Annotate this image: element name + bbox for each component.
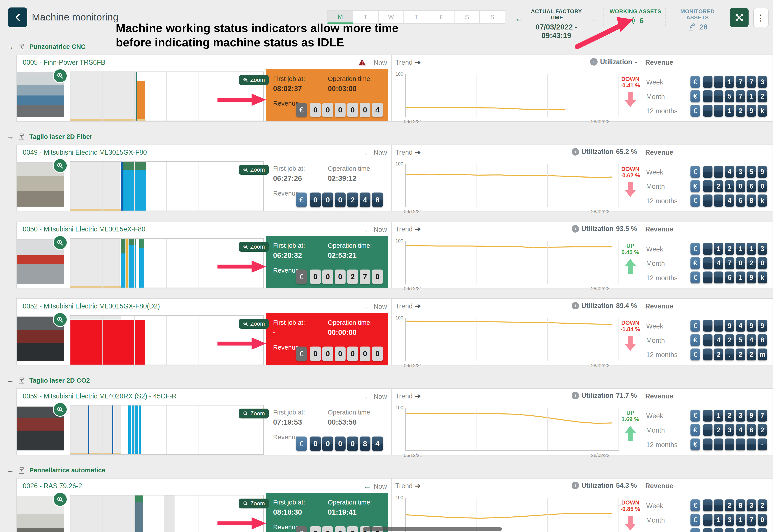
- section-header[interactable]: → Taglio laser 2D CO2: [7, 375, 773, 385]
- euro-box: €: [690, 194, 700, 206]
- divider: [641, 55, 641, 121]
- trend-chart: [405, 498, 619, 532]
- magnifier-badge[interactable]: [53, 235, 68, 250]
- trend-arrow-icon: ➔: [415, 59, 421, 66]
- euro-box: €: [690, 320, 700, 332]
- magnifier-badge[interactable]: [53, 158, 68, 173]
- digit-box: 4: [736, 320, 745, 332]
- digit-box: 2: [736, 105, 745, 117]
- day-tab-5[interactable]: F: [429, 10, 455, 24]
- info-icon[interactable]: i: [590, 58, 598, 66]
- panel-revenue-digits: €000000: [294, 347, 383, 361]
- utilization-label: Utilization: [582, 392, 614, 399]
- prev-day-arrow-icon[interactable]: ←: [515, 14, 523, 24]
- digit-box: [736, 438, 745, 450]
- trend-header[interactable]: Trend➔: [395, 59, 421, 66]
- magnifier-badge[interactable]: [53, 492, 68, 507]
- machine-title-link[interactable]: 0052 - Mitsubishi Electric ML3015GX-F80(…: [23, 302, 160, 310]
- timeline-chart[interactable]: [70, 238, 264, 288]
- info-icon[interactable]: i: [572, 302, 579, 310]
- day-tab-7[interactable]: S: [480, 10, 505, 24]
- now-arrow-icon: ←: [363, 149, 371, 157]
- machine-title-link[interactable]: 0050 - Mitsubishi Electric ML3015eX-F80: [23, 225, 145, 233]
- divider: [392, 222, 392, 288]
- trend-indicator: DOWN -0.85 %: [619, 499, 642, 531]
- digit-box: 1: [747, 243, 756, 255]
- zoom-button[interactable]: Zoom: [239, 319, 269, 329]
- timeline-chart[interactable]: [70, 72, 264, 121]
- section-body: 0005 - Finn-Power TRS6FB ←Now Zoom First…: [10, 55, 773, 122]
- machine-title-link[interactable]: 0049 - Mitsubishi Electric ML3015GX-F80: [23, 149, 147, 156]
- zoom-button[interactable]: Zoom: [239, 499, 269, 508]
- digit-box: [747, 438, 756, 450]
- trend-header[interactable]: Trend➔: [395, 225, 421, 233]
- magnifier-badge[interactable]: [53, 68, 68, 83]
- info-icon[interactable]: i: [572, 148, 579, 156]
- digit-box: 4: [359, 193, 370, 207]
- revenue-row-12-months: 12 months€468k: [646, 194, 767, 207]
- revenue-row-12-months: 12 months€-: [646, 438, 767, 451]
- timeline-chart[interactable]: [70, 315, 264, 365]
- digit-box: 7: [725, 257, 734, 269]
- x-axis-end-label: 28/02/22: [591, 363, 609, 369]
- digit-box: [703, 257, 712, 269]
- zoom-button[interactable]: Zoom: [239, 75, 269, 85]
- euro-box: €: [690, 90, 700, 102]
- y-axis-max-label: 100: [391, 72, 404, 77]
- digit-box: 0: [758, 514, 767, 526]
- timeline-chart[interactable]: [70, 495, 264, 532]
- digit-box: 9: [725, 320, 734, 332]
- info-icon[interactable]: i: [572, 482, 579, 489]
- week-digits: €12397: [689, 410, 767, 422]
- section-header[interactable]: → Pannellatrice automatica: [7, 465, 773, 475]
- day-tab-6[interactable]: S: [454, 10, 480, 24]
- x-axis-start-label: 06/12/21: [404, 363, 422, 369]
- monitored-assets-value: 26: [699, 23, 708, 31]
- trend-indicator: UP 0.45 %: [619, 243, 642, 274]
- back-button[interactable]: [8, 7, 27, 27]
- divider: [641, 299, 641, 365]
- trend-header[interactable]: Trend➔: [395, 149, 421, 156]
- zoom-button[interactable]: Zoom: [239, 242, 269, 252]
- operation-time-label: Operation time:: [328, 75, 372, 83]
- now-marker: ←Now: [363, 302, 387, 311]
- section-header[interactable]: → Taglio laser 2D Fiber: [7, 132, 773, 141]
- trend-header[interactable]: Trend➔: [395, 392, 421, 400]
- zoom-button[interactable]: Zoom: [239, 409, 269, 418]
- magnifier-badge[interactable]: [53, 402, 68, 417]
- more-menu-button[interactable]: ⋮: [753, 8, 769, 27]
- trend-header[interactable]: Trend➔: [395, 302, 421, 310]
- trend-arrow-block-icon: [625, 182, 636, 197]
- digit-box: [703, 499, 712, 511]
- trend-change-value: 1.69 %: [619, 416, 642, 422]
- digit-box: [703, 349, 712, 360]
- week-digits: €4359: [689, 166, 767, 178]
- zoom-button[interactable]: Zoom: [239, 165, 269, 175]
- fullscreen-button[interactable]: [730, 8, 749, 27]
- digit-box: [714, 90, 723, 102]
- day-tab-4[interactable]: T: [404, 10, 429, 24]
- digit-box: 3: [736, 528, 745, 532]
- x-axis-end-label: 28/02/22: [591, 453, 609, 458]
- divider: [392, 145, 392, 211]
- timeline-chart[interactable]: [70, 161, 264, 211]
- page-title: Machine monitoring: [32, 11, 118, 23]
- digit-box: 2: [758, 499, 767, 511]
- x-axis-start-label: 06/12/21: [404, 453, 422, 458]
- operation-time-value: 02:53:21: [328, 251, 372, 260]
- machine-title-link[interactable]: 0026 - RAS 79.26-2: [23, 482, 82, 490]
- timeline-chart[interactable]: [70, 405, 264, 455]
- horizontal-scrollbar[interactable]: [363, 527, 502, 531]
- trend-header[interactable]: Trend➔: [395, 482, 421, 490]
- info-icon[interactable]: i: [572, 225, 579, 233]
- utilization-label: Utilization: [582, 302, 614, 310]
- digit-box: 1: [736, 272, 745, 283]
- digit-box: 4: [714, 257, 723, 269]
- magnifier-badge[interactable]: [53, 312, 68, 327]
- digit-box: 0: [310, 270, 321, 284]
- machine-title-link[interactable]: 0059 - Mitsubishi Electric ML4020RX (S2)…: [23, 392, 176, 400]
- trend-direction: DOWN: [619, 166, 642, 172]
- info-icon[interactable]: i: [572, 392, 579, 399]
- machine-title-link[interactable]: 0005 - Finn-Power TRS6FB: [23, 59, 105, 66]
- twelve-months-label: 12 months: [646, 351, 678, 359]
